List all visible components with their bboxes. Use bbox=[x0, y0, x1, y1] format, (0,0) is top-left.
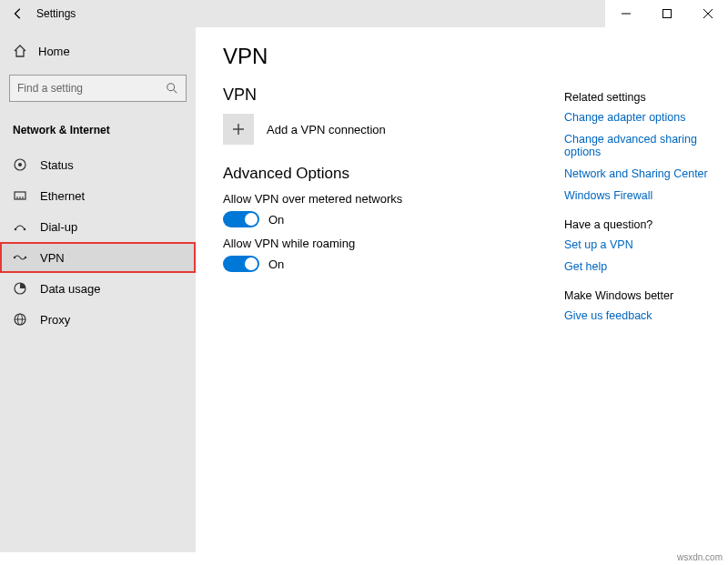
ethernet-icon bbox=[13, 188, 27, 203]
search-icon bbox=[166, 82, 178, 95]
nav-label: Ethernet bbox=[40, 189, 85, 203]
nav-label: Data usage bbox=[40, 282, 101, 296]
page-title: VPN bbox=[223, 44, 701, 69]
minimize-button[interactable] bbox=[605, 0, 646, 27]
nav-item-ethernet[interactable]: Ethernet bbox=[0, 180, 196, 211]
nav-item-vpn[interactable]: VPN bbox=[0, 242, 196, 273]
nav-label: Status bbox=[40, 158, 74, 172]
nav-label: VPN bbox=[40, 251, 65, 265]
svg-line-3 bbox=[174, 90, 177, 94]
svg-point-10 bbox=[15, 228, 17, 231]
home-icon bbox=[13, 44, 27, 58]
window-title: Settings bbox=[36, 7, 76, 20]
link-windows-firewall[interactable]: Windows Firewall bbox=[564, 189, 710, 202]
nav-item-proxy[interactable]: Proxy bbox=[0, 304, 196, 335]
search-input[interactable]: Find a setting bbox=[9, 75, 187, 102]
nav-item-dialup[interactable]: Dial-up bbox=[0, 211, 196, 242]
sidebar: Home Find a setting Network & Internet S… bbox=[0, 27, 196, 552]
nav-label: Dial-up bbox=[40, 220, 77, 234]
better-heading: Make Windows better bbox=[564, 289, 710, 302]
home-button[interactable]: Home bbox=[0, 36, 196, 66]
link-feedback[interactable]: Give us feedback bbox=[564, 309, 710, 322]
right-column: Related settings Change adapter options … bbox=[564, 91, 710, 331]
svg-point-5 bbox=[18, 163, 22, 166]
link-adapter-options[interactable]: Change adapter options bbox=[564, 111, 710, 124]
vpn-icon bbox=[13, 250, 27, 265]
data-usage-icon bbox=[13, 281, 27, 296]
link-setup-vpn[interactable]: Set up a VPN bbox=[564, 238, 710, 251]
nav-label: Proxy bbox=[40, 313, 70, 327]
metered-state: On bbox=[268, 213, 284, 227]
svg-point-11 bbox=[24, 228, 26, 231]
maximize-button[interactable] bbox=[646, 0, 687, 27]
add-icon bbox=[223, 114, 254, 145]
svg-point-13 bbox=[25, 257, 26, 258]
svg-rect-1 bbox=[662, 10, 671, 18]
link-advanced-sharing[interactable]: Change advanced sharing options bbox=[564, 133, 710, 158]
link-get-help[interactable]: Get help bbox=[564, 260, 710, 273]
footer-watermark: wsxdn.com bbox=[0, 552, 728, 565]
link-network-sharing-center[interactable]: Network and Sharing Center bbox=[564, 167, 710, 180]
question-heading: Have a question? bbox=[564, 218, 710, 231]
main-content: VPN VPN Add a VPN connection Advanced Op… bbox=[196, 27, 728, 552]
status-icon bbox=[13, 157, 27, 172]
related-heading: Related settings bbox=[564, 91, 710, 104]
add-vpn-label: Add a VPN connection bbox=[267, 123, 386, 136]
roaming-toggle[interactable] bbox=[223, 256, 259, 272]
svg-point-2 bbox=[167, 84, 175, 91]
home-label: Home bbox=[38, 45, 70, 58]
dialup-icon bbox=[13, 219, 27, 234]
back-button[interactable] bbox=[0, 0, 36, 27]
roaming-state: On bbox=[268, 257, 284, 271]
nav-item-status[interactable]: Status bbox=[0, 149, 196, 180]
metered-toggle[interactable] bbox=[223, 211, 259, 227]
close-button[interactable] bbox=[687, 0, 728, 27]
titlebar: Settings bbox=[0, 0, 728, 27]
nav-item-data-usage[interactable]: Data usage bbox=[0, 273, 196, 304]
search-placeholder: Find a setting bbox=[17, 82, 83, 95]
svg-point-12 bbox=[14, 257, 15, 258]
proxy-icon bbox=[13, 312, 27, 327]
category-heading: Network & Internet bbox=[0, 115, 196, 149]
